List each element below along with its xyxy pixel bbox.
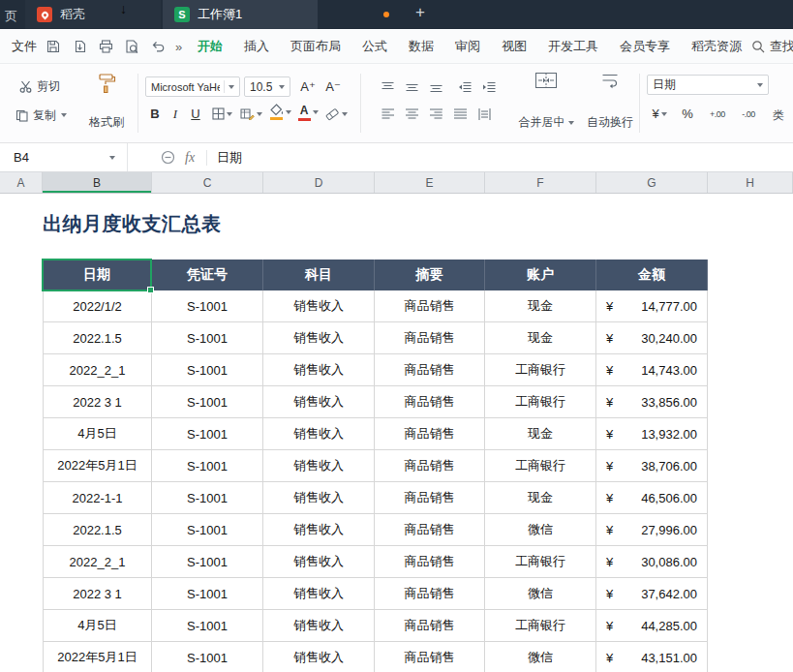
cell[interactable]: 2022年5月1日 xyxy=(43,642,152,672)
cell[interactable]: ¥37,642.00 xyxy=(596,578,708,610)
cell[interactable]: 现金 xyxy=(485,322,596,354)
cell[interactable]: ¥13,932.00 xyxy=(596,418,708,450)
cell[interactable]: ¥46,506.00 xyxy=(596,482,708,514)
export-icon[interactable] xyxy=(69,36,90,57)
menu-item-稻壳资源[interactable]: 稻壳资源 xyxy=(691,38,742,55)
home-tab-partial[interactable]: 页 xyxy=(5,8,17,25)
cell[interactable]: 销售收入 xyxy=(263,546,375,578)
cell[interactable]: 商品销售 xyxy=(375,514,485,546)
cell[interactable]: ¥27,996.00 xyxy=(596,514,708,546)
table-header-凭证号[interactable]: 凭证号 xyxy=(152,260,263,290)
cell[interactable]: 销售收入 xyxy=(263,418,375,450)
underline-button[interactable]: U xyxy=(186,104,205,124)
cell[interactable]: 商品销售 xyxy=(375,386,485,418)
cell[interactable]: 2022-1-1 xyxy=(43,482,152,514)
print-icon[interactable] xyxy=(95,36,116,57)
cell[interactable]: 商品销售 xyxy=(375,450,485,482)
cell[interactable]: 工商银行 xyxy=(485,450,596,482)
search-box[interactable]: 查找 xyxy=(751,29,793,64)
more-tools-button[interactable]: » xyxy=(175,40,182,54)
cell[interactable]: 商品销售 xyxy=(375,322,485,354)
bold-button[interactable]: B xyxy=(145,104,165,124)
currency-format-button[interactable]: ¥ xyxy=(647,104,672,124)
cell[interactable]: ¥33,856.00 xyxy=(596,386,708,418)
decrease-decimal-button[interactable]: -.00 xyxy=(734,104,763,124)
cut-button[interactable]: 剪切 xyxy=(19,76,60,97)
cell-style-button[interactable] xyxy=(238,104,263,124)
docer-tab[interactable]: 稻壳 xyxy=(25,0,161,29)
cell[interactable]: 2022 3 1 xyxy=(43,578,152,610)
menu-item-公式[interactable]: 公式 xyxy=(362,38,387,55)
cell[interactable]: 4月5日 xyxy=(43,610,152,642)
cell[interactable]: 2022年5月1日 xyxy=(43,450,152,482)
column-header-C[interactable]: C xyxy=(152,172,263,193)
cell[interactable]: S-1001 xyxy=(152,514,263,546)
increase-indent-button[interactable] xyxy=(479,76,499,97)
cell[interactable]: 现金 xyxy=(485,418,596,450)
cell[interactable]: ¥30,240.00 xyxy=(596,322,708,354)
cell[interactable]: S-1001 xyxy=(152,450,263,482)
font-size-combo[interactable]: 10.5 xyxy=(244,76,290,97)
cell[interactable]: S-1001 xyxy=(152,642,263,672)
italic-button[interactable]: I xyxy=(167,104,184,124)
align-bottom-button[interactable] xyxy=(426,76,445,97)
eraser-button[interactable] xyxy=(323,104,349,124)
format-painter-button[interactable]: 格式刷 xyxy=(81,73,132,131)
cell[interactable]: S-1001 xyxy=(152,578,263,610)
menu-item-页面布局[interactable]: 页面布局 xyxy=(290,38,341,55)
column-header-D[interactable]: D xyxy=(263,172,375,193)
cell[interactable]: S-1001 xyxy=(152,418,263,450)
borders-button[interactable] xyxy=(209,104,234,124)
cell[interactable]: S-1001 xyxy=(152,482,263,514)
name-box[interactable]: B4 xyxy=(0,143,128,171)
new-tab-button[interactable]: + xyxy=(411,3,430,22)
cell[interactable]: 销售收入 xyxy=(263,386,375,418)
cell[interactable]: 2022_2_1 xyxy=(43,354,152,386)
circle-minus-icon[interactable] xyxy=(161,150,175,165)
wrap-text-button[interactable]: 自动换行 xyxy=(585,73,635,131)
cell[interactable]: 销售收入 xyxy=(263,482,375,514)
increase-decimal-button[interactable]: +.00 xyxy=(703,104,732,124)
cell[interactable]: ¥30,086.00 xyxy=(596,546,708,578)
file-menu-button[interactable]: 文件 xyxy=(12,29,37,64)
table-header-日期[interactable]: 日期 xyxy=(43,260,152,290)
cell[interactable]: 商品销售 xyxy=(375,418,485,450)
cell[interactable]: 销售收入 xyxy=(263,610,375,642)
cell[interactable]: 2022.1.5 xyxy=(43,322,152,354)
fill-color-button[interactable] xyxy=(267,102,292,122)
cell[interactable]: S-1001 xyxy=(152,386,263,418)
undo-icon[interactable] xyxy=(147,36,168,57)
cell[interactable]: 商品销售 xyxy=(375,610,485,642)
cell[interactable]: 工商银行 xyxy=(485,610,596,642)
font-name-combo[interactable]: Microsoft YaHei UI xyxy=(145,76,240,97)
column-header-G[interactable]: G xyxy=(596,172,708,193)
cell[interactable]: 2022/1/2 xyxy=(43,290,152,322)
cell[interactable]: S-1001 xyxy=(152,546,263,578)
menu-item-数据[interactable]: 数据 xyxy=(409,38,434,55)
decrease-font-button[interactable]: A⁻ xyxy=(321,76,345,97)
cell[interactable]: 销售收入 xyxy=(263,642,375,672)
table-header-摘要[interactable]: 摘要 xyxy=(375,260,485,290)
decrease-indent-button[interactable] xyxy=(455,76,474,97)
align-center-button[interactable] xyxy=(402,104,421,124)
cell[interactable]: ¥14,777.00 xyxy=(596,290,708,322)
menu-item-会员专享[interactable]: 会员专享 xyxy=(620,38,670,55)
menu-item-视图[interactable]: 视图 xyxy=(502,38,527,55)
cell[interactable]: S-1001 xyxy=(152,322,263,354)
column-header-H[interactable]: H xyxy=(708,172,793,193)
align-left-button[interactable] xyxy=(378,104,397,124)
formula-input[interactable]: 日期 xyxy=(217,149,242,167)
cell[interactable]: 2022_2_1 xyxy=(43,546,152,578)
cell[interactable]: ¥38,706.00 xyxy=(596,450,708,482)
save-icon[interactable] xyxy=(43,36,64,57)
cell[interactable]: ¥43,151.00 xyxy=(596,642,708,672)
sheet-title-cell[interactable]: 出纳月度收支汇总表 xyxy=(43,211,222,237)
cell[interactable]: 工商银行 xyxy=(485,354,596,386)
cell[interactable]: 商品销售 xyxy=(375,642,485,672)
cell[interactable]: 微信 xyxy=(485,578,596,610)
justify-button[interactable] xyxy=(450,104,470,124)
menu-item-开发工具[interactable]: 开发工具 xyxy=(548,38,598,55)
cell[interactable]: S-1001 xyxy=(152,610,263,642)
column-header-B[interactable]: B xyxy=(43,172,152,193)
cell[interactable]: S-1001 xyxy=(152,290,263,322)
